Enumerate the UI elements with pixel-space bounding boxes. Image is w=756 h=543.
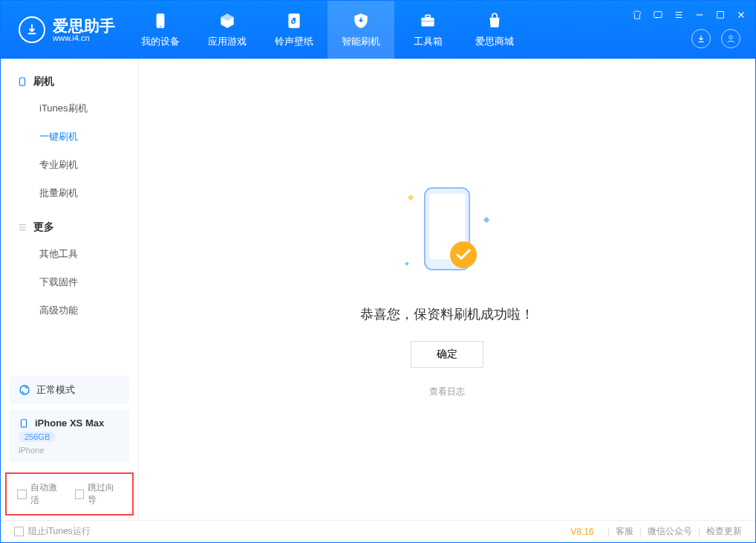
check-update-link[interactable]: 检查更新 (706, 525, 742, 538)
checkbox-icon (14, 527, 24, 536)
bag-icon (485, 11, 504, 30)
tab-my-device[interactable]: 我的设备 (127, 1, 194, 59)
tab-apps[interactable]: 应用游戏 (194, 1, 261, 59)
sidebar-group-more: 更多 (1, 215, 138, 240)
phone-small-icon (19, 418, 29, 429)
header-actions (691, 29, 740, 48)
refresh-icon (19, 384, 30, 396)
header: 爱思助手 www.i4.cn 我的设备 应用游戏 铃声壁纸 智能刷机 工具箱 爱… (1, 1, 755, 59)
download-icon[interactable] (691, 29, 711, 48)
sidebar-item-download-firmware[interactable]: 下载固件 (1, 268, 138, 296)
tab-smart-flash[interactable]: 智能刷机 (328, 1, 394, 59)
window-controls (630, 8, 748, 22)
checkbox-auto-activate[interactable]: 自动激活 (17, 481, 65, 507)
checkbox-block-itunes[interactable]: 阻止iTunes运行 (14, 525, 91, 538)
app-domain: www.i4.cn (53, 33, 115, 42)
user-icon[interactable] (721, 29, 740, 48)
logo[interactable]: 爱思助手 www.i4.cn (1, 16, 127, 43)
sidebar-item-itunes-flash[interactable]: iTunes刷机 (1, 94, 138, 123)
device-info-box[interactable]: iPhone XS Max 256GB iPhone (10, 410, 129, 462)
svg-rect-3 (421, 18, 434, 27)
svg-rect-4 (426, 15, 431, 17)
device-type: iPhone (19, 446, 120, 455)
success-illustration (403, 181, 492, 287)
menu-icon (17, 222, 27, 233)
device-mode-box[interactable]: 正常模式 (10, 376, 129, 404)
device-name: iPhone XS Max (35, 417, 104, 429)
menu-icon[interactable] (672, 8, 685, 22)
toolbox-icon (418, 11, 437, 30)
wechat-link[interactable]: 微信公众号 (648, 525, 692, 538)
footer: 阻止iTunes运行 V8.16 | 客服 | 微信公众号 | 检查更新 (1, 520, 755, 542)
svg-rect-5 (421, 21, 434, 22)
close-button[interactable] (734, 8, 748, 22)
shield-icon (351, 11, 371, 30)
support-link[interactable]: 客服 (616, 525, 633, 538)
main-content: 恭喜您，保资料刷机成功啦！ 确定 查看日志 (139, 59, 755, 520)
tab-ringtones[interactable]: 铃声壁纸 (261, 1, 328, 59)
sidebar-item-batch-flash[interactable]: 批量刷机 (1, 179, 138, 207)
minimize-button[interactable] (693, 8, 706, 22)
success-message: 恭喜您，保资料刷机成功啦！ (360, 305, 534, 323)
maximize-button[interactable] (714, 8, 727, 22)
phone-icon (151, 11, 170, 30)
svg-point-13 (23, 425, 24, 426)
sidebar-item-one-click[interactable]: 一键刷机 (1, 123, 138, 151)
sidebar-item-pro-flash[interactable]: 专业刷机 (1, 151, 138, 179)
sidebar-item-other-tools[interactable]: 其他工具 (1, 240, 138, 268)
svg-point-10 (22, 84, 22, 85)
version-label: V8.16 (570, 527, 593, 537)
app-name: 爱思助手 (53, 18, 115, 33)
checkbox-icon (17, 490, 27, 499)
shirt-icon[interactable] (630, 8, 644, 22)
sidebar: 刷机 iTunes刷机 一键刷机 专业刷机 批量刷机 更多 其他工具 下载固件 … (1, 59, 139, 520)
svg-point-8 (729, 36, 732, 39)
ok-button[interactable]: 确定 (411, 341, 483, 368)
device-icon (17, 77, 27, 87)
feedback-icon[interactable] (651, 8, 665, 22)
view-log-link[interactable]: 查看日志 (429, 386, 465, 398)
svg-rect-7 (717, 12, 724, 19)
sidebar-item-advanced[interactable]: 高级功能 (1, 296, 138, 325)
sidebar-group-flash: 刷机 (1, 69, 138, 94)
device-capacity: 256GB (19, 432, 56, 442)
nav-tabs: 我的设备 应用游戏 铃声壁纸 智能刷机 工具箱 爱思商城 (127, 1, 528, 59)
tab-toolbox[interactable]: 工具箱 (394, 1, 461, 59)
tab-store[interactable]: 爱思商城 (461, 1, 528, 59)
options-highlight-box: 自动激活 跳过向导 (5, 472, 134, 516)
cube-icon (218, 11, 237, 30)
logo-icon (19, 16, 45, 43)
svg-point-1 (160, 26, 161, 27)
device-mode: 正常模式 (36, 383, 75, 397)
svg-rect-6 (654, 12, 662, 18)
music-file-icon (284, 11, 304, 30)
checkbox-skip-guide[interactable]: 跳过向导 (75, 481, 123, 507)
checkbox-icon (75, 490, 85, 499)
